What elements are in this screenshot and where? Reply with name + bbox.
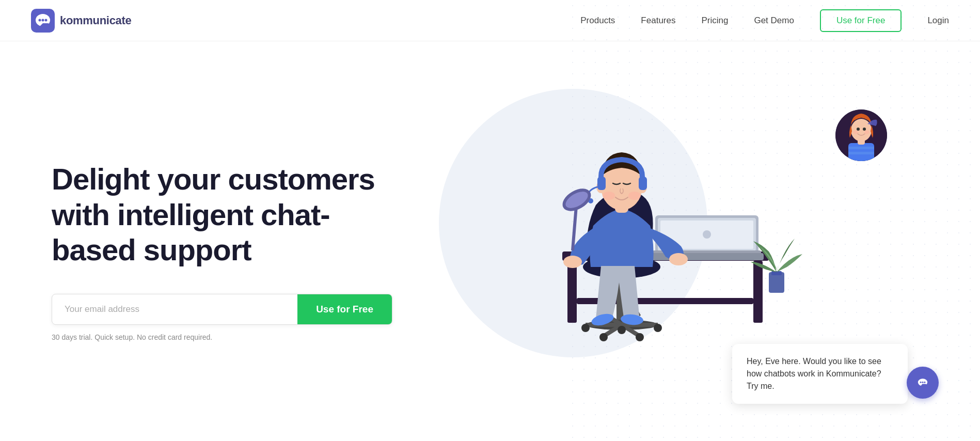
hero-heading: Delight your customers with intelligent … [52,162,413,267]
hero-cta-button[interactable]: Use for Free [297,294,392,324]
email-input[interactable] [52,295,297,324]
chat-bubble-text: Hey, Eve here. Would you like to see how… [747,357,881,390]
svg-point-55 [920,382,922,383]
svg-rect-6 [567,261,577,323]
logo-icon [31,9,55,33]
nav-links: Products Features Pricing Get Demo Use f… [580,9,949,32]
svg-rect-12 [645,253,764,260]
svg-point-3 [42,19,44,21]
svg-point-23 [599,333,608,341]
svg-point-14 [703,230,711,239]
nav-get-demo[interactable]: Get Demo [754,15,794,26]
hero-subtext: 30 days trial. Quick setup. No credit ca… [52,333,413,341]
svg-point-4 [45,19,48,21]
svg-point-52 [853,131,858,134]
svg-rect-35 [639,177,647,190]
chat-bubble: Hey, Eve here. Would you like to see how… [732,344,908,404]
avatar-svg [835,109,887,161]
svg-point-27 [669,253,688,265]
hero-form: Use for Free [52,294,392,325]
avatar-bubble [835,109,887,161]
navbar: kommunicate Products Features Pricing Ge… [0,0,980,41]
svg-point-32 [603,192,615,200]
svg-rect-34 [597,177,606,190]
svg-point-53 [864,131,870,134]
svg-point-49 [851,119,872,141]
svg-point-2 [39,19,41,21]
svg-point-25 [618,326,626,334]
nav-use-free-button[interactable]: Use for Free [820,9,902,32]
svg-point-22 [654,324,662,332]
svg-point-24 [636,333,644,341]
svg-point-26 [563,256,582,268]
svg-point-50 [857,128,860,131]
logo-link[interactable]: kommunicate [31,9,132,33]
hero-illustration-area: Hey, Eve here. Would you like to see how… [413,78,949,414]
nav-products[interactable]: Products [580,15,615,26]
svg-rect-46 [848,147,874,149]
svg-point-51 [863,128,866,131]
svg-point-57 [924,382,925,383]
nav-pricing[interactable]: Pricing [701,15,728,26]
hero-content: Delight your customers with intelligent … [52,151,413,341]
svg-point-33 [628,192,641,200]
svg-rect-47 [848,152,874,154]
nav-login-link[interactable]: Login [927,15,949,26]
hero-section: Delight your customers with intelligent … [0,41,980,441]
svg-point-56 [922,382,924,383]
svg-rect-7 [753,261,763,323]
svg-rect-43 [771,271,782,275]
chat-widget-icon [915,375,930,390]
chat-widget-button[interactable] [907,367,939,399]
brand-name: kommunicate [60,14,132,27]
nav-features[interactable]: Features [641,15,675,26]
svg-point-21 [581,324,590,332]
